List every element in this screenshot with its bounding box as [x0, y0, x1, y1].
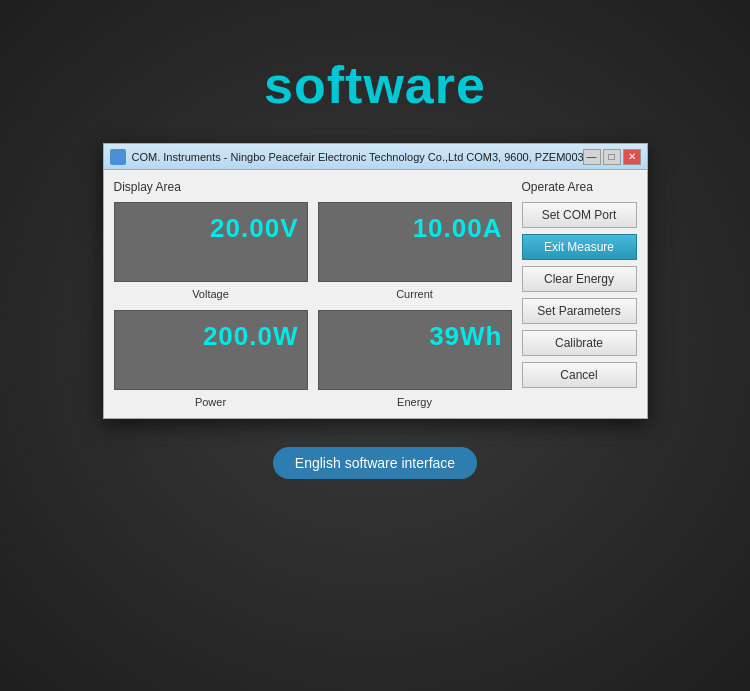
application-window: COM. Instruments - Ningbo Peacefair Elec…	[103, 143, 648, 419]
window-controls: — □ ✕	[583, 149, 641, 165]
energy-value: 39Wh	[429, 321, 502, 352]
display-grid: 20.00V Voltage 10.00A Current 200.0W Pow…	[114, 202, 512, 408]
app-icon	[110, 149, 126, 165]
close-button[interactable]: ✕	[623, 149, 641, 165]
current-display: 10.00A	[318, 202, 512, 282]
power-label: Power	[114, 396, 308, 408]
energy-display: 39Wh	[318, 310, 512, 390]
power-cell: 200.0W Power	[114, 310, 308, 408]
window-titlebar: COM. Instruments - Ningbo Peacefair Elec…	[104, 144, 647, 170]
exit-measure-button[interactable]: Exit Measure	[522, 234, 637, 260]
display-area: Display Area 20.00V Voltage 10.00A Curre…	[114, 180, 512, 408]
voltage-display: 20.00V	[114, 202, 308, 282]
set-parameters-button[interactable]: Set Parameters	[522, 298, 637, 324]
power-display: 200.0W	[114, 310, 308, 390]
minimize-button[interactable]: —	[583, 149, 601, 165]
power-value: 200.0W	[203, 321, 299, 352]
cancel-button[interactable]: Cancel	[522, 362, 637, 388]
window-body: Display Area 20.00V Voltage 10.00A Curre…	[104, 170, 647, 418]
clear-energy-button[interactable]: Clear Energy	[522, 266, 637, 292]
energy-label: Energy	[318, 396, 512, 408]
current-cell: 10.00A Current	[318, 202, 512, 300]
current-value: 10.00A	[413, 213, 503, 244]
maximize-button[interactable]: □	[603, 149, 621, 165]
window-title: COM. Instruments - Ningbo Peacefair Elec…	[132, 151, 583, 163]
operate-area-label: Operate Area	[522, 180, 637, 194]
calibrate-button[interactable]: Calibrate	[522, 330, 637, 356]
voltage-value: 20.00V	[210, 213, 298, 244]
display-area-label: Display Area	[114, 180, 512, 194]
operate-area: Operate Area Set COM Port Exit Measure C…	[522, 180, 637, 408]
current-label: Current	[318, 288, 512, 300]
bottom-label: English software interface	[273, 447, 477, 479]
page-title: software	[264, 55, 486, 115]
voltage-cell: 20.00V Voltage	[114, 202, 308, 300]
voltage-label: Voltage	[114, 288, 308, 300]
operate-buttons: Set COM Port Exit Measure Clear Energy S…	[522, 202, 637, 388]
set-com-port-button[interactable]: Set COM Port	[522, 202, 637, 228]
energy-cell: 39Wh Energy	[318, 310, 512, 408]
